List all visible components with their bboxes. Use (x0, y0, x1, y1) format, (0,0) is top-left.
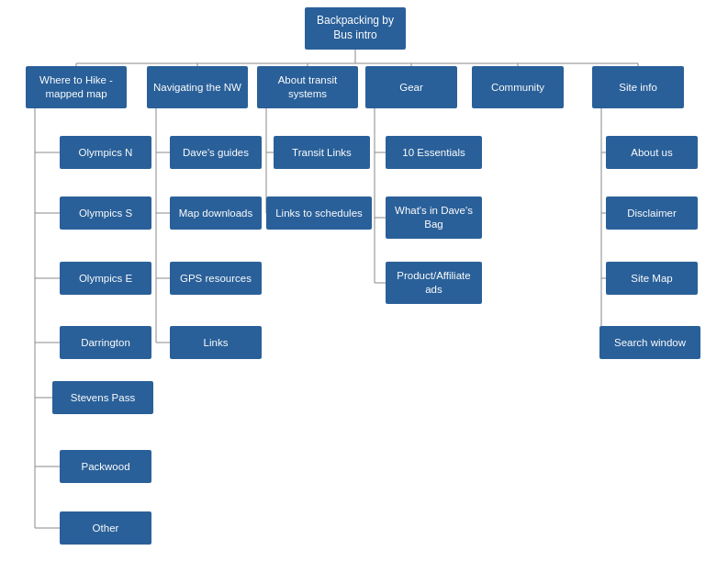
node-site-info: Site info (592, 66, 684, 108)
node-olympics-s: Olympics S (60, 197, 151, 230)
chart-container: Backpacking by Bus introWhere to Hike - … (0, 0, 728, 573)
node-other: Other (60, 511, 151, 545)
node-where-to-hike---mapp: Where to Hike - mapped map (26, 66, 127, 108)
node-packwood: Packwood (60, 450, 151, 483)
node-gps-resources: GPS resources (170, 262, 262, 295)
node-site-map: Site Map (606, 262, 698, 295)
node-stevens-pass: Stevens Pass (52, 381, 153, 414)
node-transit-links: Transit Links (274, 136, 370, 169)
node-10-essentials: 10 Essentials (386, 136, 482, 169)
node-links-to-schedules: Links to schedules (266, 197, 372, 230)
node-gear: Gear (365, 66, 457, 108)
node-community: Community (472, 66, 564, 108)
node-what's-in-dave's-bag: What's in Dave's Bag (386, 197, 482, 239)
node-dave's-guides: Dave's guides (170, 136, 262, 169)
node-map-downloads: Map downloads (170, 197, 262, 230)
node-olympics-n: Olympics N (60, 136, 151, 169)
node-about-us: About us (606, 136, 698, 169)
node-disclaimer: Disclaimer (606, 197, 698, 230)
node-olympics-e: Olympics E (60, 262, 151, 295)
node-backpacking-by-bus-i: Backpacking by Bus intro (305, 7, 406, 50)
node-navigating-the-nw: Navigating the NW (147, 66, 248, 108)
node-search-window: Search window (599, 326, 700, 359)
node-about-transit-system: About transit systems (257, 66, 358, 108)
node-darrington: Darrington (60, 326, 151, 359)
node-product/affiliate-ad: Product/Affiliate ads (386, 262, 482, 304)
node-links: Links (170, 326, 262, 359)
